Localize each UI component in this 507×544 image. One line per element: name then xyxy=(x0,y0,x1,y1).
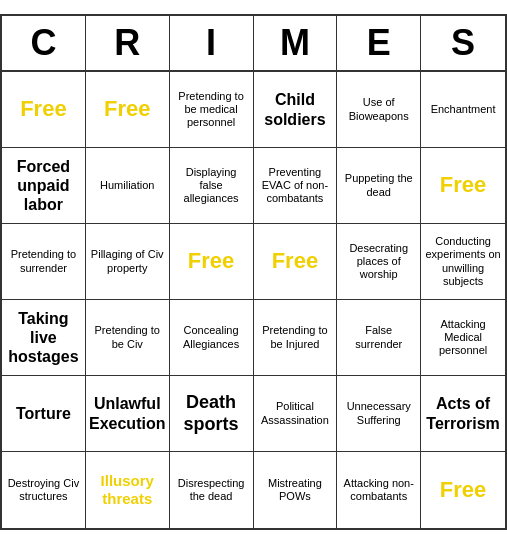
bingo-cell: Enchantment xyxy=(421,72,505,148)
bingo-cell: Free xyxy=(170,224,254,300)
bingo-cell: Disrespecting the dead xyxy=(170,452,254,528)
bingo-cell: Child soldiers xyxy=(254,72,338,148)
bingo-cell: Desecrating places of worship xyxy=(337,224,421,300)
bingo-cell: Torture xyxy=(2,376,86,452)
header-letter: M xyxy=(254,16,338,70)
bingo-cell: Pretending to be Injured xyxy=(254,300,338,376)
bingo-cell: Destroying Civ structures xyxy=(2,452,86,528)
bingo-cell: Death sports xyxy=(170,376,254,452)
bingo-cell: Pretending to be Civ xyxy=(86,300,170,376)
bingo-cell: Free xyxy=(421,452,505,528)
bingo-cell: Conducting experiments on unwilling subj… xyxy=(421,224,505,300)
bingo-header: CRIMES xyxy=(2,16,505,72)
bingo-cell: Use of Bioweapons xyxy=(337,72,421,148)
bingo-cell: Preventing EVAC of non-combatants xyxy=(254,148,338,224)
bingo-grid: FreeFreePretending to be medical personn… xyxy=(2,72,505,528)
header-letter: S xyxy=(421,16,505,70)
bingo-cell: Pillaging of Civ property xyxy=(86,224,170,300)
bingo-cell: Unnecessary Suffering xyxy=(337,376,421,452)
bingo-cell: Attacking non-combatants xyxy=(337,452,421,528)
bingo-cell: Political Assassination xyxy=(254,376,338,452)
bingo-cell: Forced unpaid labor xyxy=(2,148,86,224)
header-letter: E xyxy=(337,16,421,70)
bingo-cell: Free xyxy=(421,148,505,224)
bingo-cell: Free xyxy=(254,224,338,300)
bingo-cell: Humiliation xyxy=(86,148,170,224)
bingo-cell: False surrender xyxy=(337,300,421,376)
header-letter: I xyxy=(170,16,254,70)
bingo-cell: Unlawful Execution xyxy=(86,376,170,452)
bingo-cell: Concealing Allegiances xyxy=(170,300,254,376)
bingo-cell: Displaying false allegiances xyxy=(170,148,254,224)
bingo-cell: Illusory threats xyxy=(86,452,170,528)
bingo-cell: Pretending to surrender xyxy=(2,224,86,300)
bingo-cell: Mistreating POWs xyxy=(254,452,338,528)
bingo-cell: Puppeting the dead xyxy=(337,148,421,224)
bingo-card: CRIMES FreeFreePretending to be medical … xyxy=(0,14,507,530)
bingo-cell: Attacking Medical personnel xyxy=(421,300,505,376)
bingo-cell: Free xyxy=(2,72,86,148)
bingo-cell: Pretending to be medical personnel xyxy=(170,72,254,148)
bingo-cell: Free xyxy=(86,72,170,148)
header-letter: C xyxy=(2,16,86,70)
bingo-cell: Acts of Terrorism xyxy=(421,376,505,452)
bingo-cell: Taking live hostages xyxy=(2,300,86,376)
header-letter: R xyxy=(86,16,170,70)
